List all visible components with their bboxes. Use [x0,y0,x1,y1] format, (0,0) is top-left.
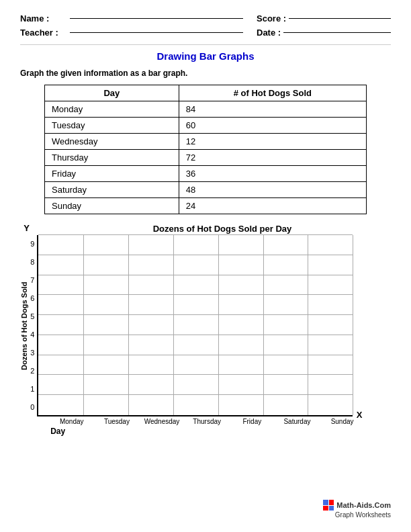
table-cell-count: 48 [179,182,366,198]
table-cell-count: 36 [179,166,366,182]
grid-line-h-8 [38,255,353,255]
score-label: Score : [257,13,286,24]
y-label-3: 3 [30,344,34,362]
page-title: Drawing Bar Graphs [20,50,391,62]
y-label-7: 7 [30,271,34,290]
date-line [283,32,391,33]
table-row: Tuesday60 [45,118,367,134]
grid-line-h-7 [38,275,353,275]
grid-line-h-5 [38,314,353,315]
x-label-4: Friday [230,418,275,425]
brand-subtitle: Graph Worksheets [323,511,391,519]
table-cell-count: 72 [179,150,366,166]
x-labels-container: MondayTuesdayWednesdayThursdayFridaySatu… [49,416,365,425]
teacher-label: Teacher : [20,28,67,38]
y-label-6: 6 [30,290,34,308]
grid-line-v-1 [83,235,84,415]
header-section: Name : Score : Teacher : Date : [20,13,391,38]
grid-line-h-1 [38,394,353,395]
brand-site: Math-Aids.Com [336,501,391,509]
table-header-row: Day # of Hot Dogs Sold [45,85,367,101]
x-label-5: Saturday [275,418,320,425]
grid-line-h-9 [38,234,353,235]
grid-line-h-6 [38,294,353,295]
x-label-1: Tuesday [94,418,139,425]
table-cell-day: Monday [45,101,179,118]
table-cell-day: Friday [45,166,179,182]
brand-icon-1 [323,500,328,505]
brand-icon-3 [323,506,328,511]
table-row: Monday84 [45,101,367,118]
y-label-4: 4 [30,326,34,344]
grid-line-v-5 [263,235,264,415]
table-cell-day: Sunday [45,198,179,214]
x-label-3: Thursday [185,418,230,425]
y-label-0: 0 [30,398,34,416]
teacher-line [70,32,243,33]
table-cell-day: Wednesday [45,134,179,150]
date-area: Date : [257,28,391,38]
grid-line-h-2 [38,374,353,375]
grid-line-v-4 [218,235,219,415]
data-table: Day # of Hot Dogs Sold Monday84Tuesday60… [44,85,367,214]
x-axis-arrow: X [357,410,363,420]
name-label: Name : [20,13,67,24]
graph-title: Dozens of Hot Dogs Sold per Day [54,224,391,234]
table-cell-count: 24 [179,198,366,214]
y-label-8: 8 [30,253,34,271]
table-cell-count: 60 [179,118,366,134]
table-row: Wednesday12 [45,134,367,150]
table-row: Friday36 [45,166,367,182]
table-cell-count: 12 [179,134,366,150]
col-hotdogs-header: # of Hot Dogs Sold [179,85,366,101]
brand-icon-2 [329,500,334,505]
grid-line-h-3 [38,355,353,355]
table-row: Thursday72 [45,150,367,166]
table-cell-day: Tuesday [45,118,179,134]
name-line [70,18,243,19]
x-axis-title: Day [50,427,65,436]
grid-line-v-3 [173,235,174,415]
graph-inner: 0123456789 Y X MondayTuesdayWednesdayThu… [30,235,391,436]
y-label-1: 1 [30,380,34,398]
graph-section: Dozens of Hot Dogs Sold per Day Dozens o… [20,224,391,436]
y-labels: 0123456789 [30,235,34,416]
grid-line-h-4 [38,335,353,335]
table-cell-day: Thursday [45,150,179,166]
table-cell-count: 84 [179,101,366,118]
name-row: Name : Score : [20,13,391,24]
x-labels: MondayTuesdayWednesdayThursdayFridaySatu… [49,418,365,425]
y-label-9: 9 [30,235,34,253]
brand-icon-4 [329,506,334,511]
teacher-row: Teacher : Date : [20,28,391,38]
y-axis-label: Dozens of Hot Dogs Sold [20,235,29,416]
y-axis-top: Y [24,223,30,233]
col-day-header: Day [45,85,179,101]
score-line [289,18,391,19]
score-area: Score : [257,13,391,24]
table-row: Sunday24 [45,198,367,214]
y-label-5: 5 [30,308,34,326]
grid-line-v-2 [128,235,129,415]
grid-line-v-6 [308,235,308,415]
x-label-0: Monday [49,418,94,425]
grid-line-v-7 [353,235,353,415]
table-row: Saturday48 [45,182,367,198]
branding: Math-Aids.Com Graph Worksheets [323,500,391,519]
y-axis-area: 0123456789 Y X [30,235,353,416]
instructions-text: Graph the given information as a bar gra… [20,69,391,78]
date-label: Date : [257,28,281,38]
x-label-2: Wednesday [139,418,184,425]
grid-area: Y X [37,235,353,416]
table-cell-day: Saturday [45,182,179,198]
y-label-2: 2 [30,362,34,380]
